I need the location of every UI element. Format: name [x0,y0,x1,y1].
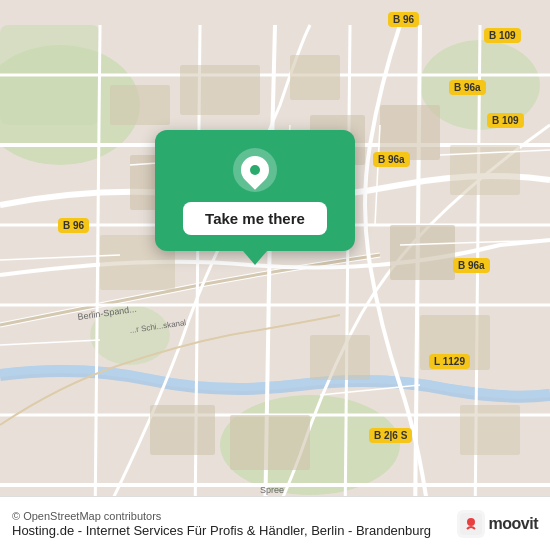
badge-l1129: L 1129 [429,354,470,369]
badge-b109-mid: B 109 [487,113,524,128]
take-me-there-button[interactable]: Take me there [183,202,327,235]
map-attribution: © OpenStreetMap contributors [12,510,431,522]
badge-b96a-mid-right: B 96a [449,80,486,95]
svg-rect-20 [460,405,520,455]
map-container: Berlin-Spand... ...r Schi...skanal Spree… [0,0,550,550]
moovit-icon [457,510,485,538]
badge-b109-top: B 109 [484,28,521,43]
location-pin-icon [233,148,277,192]
svg-point-25 [467,518,475,526]
place-name-main: Hosting.de - Internet Services Für Profi… [12,523,308,538]
popup-card: Take me there [155,130,355,251]
bottom-bar-info: © OpenStreetMap contributors Hosting.de … [12,510,431,538]
svg-rect-7 [180,65,260,115]
moovit-logo: moovit [457,510,538,538]
bottom-bar: © OpenStreetMap contributors Hosting.de … [0,496,550,550]
svg-rect-14 [390,225,455,280]
svg-rect-18 [150,405,215,455]
badge-b96-left: B 96 [58,218,89,233]
svg-rect-6 [110,85,170,125]
badge-b265: B 2|6 S [369,428,412,443]
svg-text:Spree: Spree [260,485,284,495]
svg-rect-8 [290,55,340,100]
svg-rect-19 [230,415,310,470]
badge-b96a-lower: B 96a [453,258,490,273]
pin-shape [235,150,275,190]
badge-b96-top: B 96 [388,12,419,27]
svg-rect-16 [310,335,370,380]
place-name: Hosting.de - Internet Services Für Profi… [12,523,431,538]
moovit-text: moovit [489,515,538,533]
place-name-sub: Berlin - Brandenburg [311,523,431,538]
badge-b96a-mid2: B 96a [373,152,410,167]
